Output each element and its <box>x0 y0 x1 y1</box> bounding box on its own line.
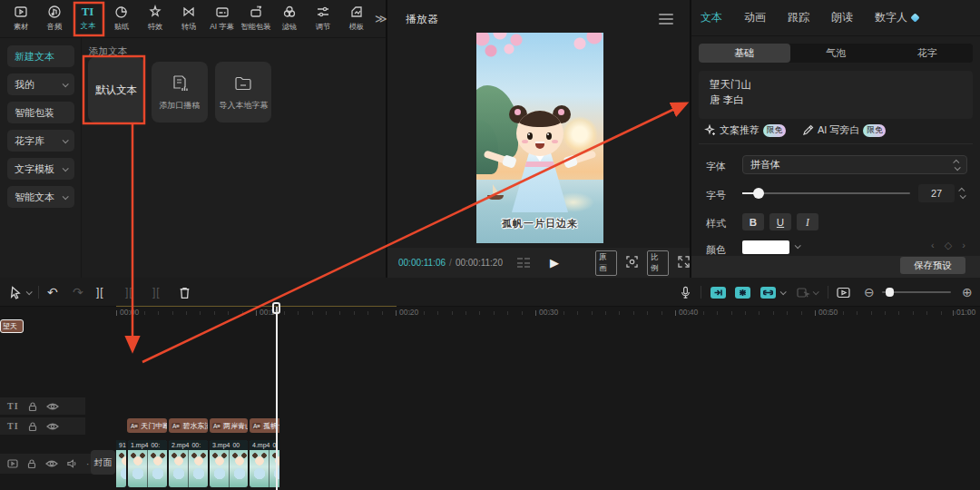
toolbar-item-media[interactable]: 素材 <box>4 2 37 36</box>
player-menu-icon[interactable] <box>659 14 673 27</box>
filters-icon <box>282 5 297 19</box>
color-swatch[interactable] <box>742 240 789 254</box>
play-button[interactable]: ▶ <box>550 256 559 270</box>
copy-suggest-button[interactable]: 文案推荐 限免 <box>704 123 786 137</box>
toolbar-label: AI 字幕 <box>210 22 234 33</box>
sidebar-item-smart-package[interactable]: 智能包装 <box>7 102 74 123</box>
clip-select-tool-icon[interactable] <box>797 278 810 307</box>
tab-digital-human[interactable]: 数字人 <box>875 10 919 25</box>
quality-button[interactable]: 原画 <box>595 250 617 276</box>
toolbar-item-sticker[interactable]: 贴纸 <box>104 2 138 36</box>
mirror-panels-icon[interactable] <box>517 258 530 268</box>
ratio-button[interactable]: 比例 <box>647 250 669 276</box>
lock-icon[interactable] <box>27 421 38 432</box>
video-clip[interactable]: 2.mp400: <box>169 440 208 487</box>
eye-icon[interactable] <box>45 458 58 469</box>
chevron-down-icon[interactable] <box>780 289 787 295</box>
chevron-down-icon[interactable] <box>26 289 33 295</box>
split-right-icon[interactable]: ][ <box>152 278 161 307</box>
ai-voiceover-button[interactable]: AI 写旁白 限免 <box>802 123 886 137</box>
sidebar-item-text-template[interactable]: 文字模板 <box>7 158 74 180</box>
toolbar-item-adjust[interactable]: 调节 <box>306 2 339 36</box>
split-left-icon[interactable]: ][ <box>125 278 133 307</box>
subtitle-clip[interactable]: A≡两岸青山 <box>210 418 248 433</box>
toolbar-item-audio[interactable]: 音频 <box>37 2 71 36</box>
toolbar-item-smart-package[interactable]: 智能包装 <box>239 2 272 36</box>
slider-handle[interactable] <box>753 188 764 199</box>
tab-text[interactable]: 文本 <box>701 10 722 25</box>
video-preview[interactable]: 孤帆一片日边来 <box>476 33 603 243</box>
select-tool-icon[interactable] <box>9 278 23 307</box>
sidebar-item-mine[interactable]: 我的 <box>7 74 74 95</box>
fullscreen-icon[interactable] <box>678 256 690 270</box>
redo-icon[interactable]: ↷ <box>73 278 83 307</box>
font-select[interactable]: 拼音体 <box>742 155 967 174</box>
underline-button[interactable]: U <box>769 213 791 230</box>
stepper-icon[interactable] <box>960 188 965 199</box>
undo-icon[interactable]: ↶ <box>47 278 58 307</box>
subtab-basic[interactable]: 基础 <box>699 44 790 63</box>
toolbar-item-effects[interactable]: 特效 <box>138 2 172 36</box>
timeline-ruler[interactable]: 00:00 00:10 00:20 00:30 00:40 00:50 01:0… <box>0 307 980 319</box>
eye-icon[interactable] <box>46 401 59 412</box>
focus-frame-icon[interactable] <box>626 256 638 270</box>
keyframe-nav-icons[interactable]: ‹ ◇ › <box>931 240 969 251</box>
toolbar-item-transition[interactable]: 转场 <box>172 2 205 36</box>
playhead-line[interactable] <box>276 307 278 490</box>
playhead-handle[interactable] <box>272 302 280 314</box>
timeline-zoom-slider[interactable] <box>882 291 951 293</box>
delete-icon[interactable] <box>178 278 191 307</box>
slider-handle[interactable] <box>886 288 894 297</box>
toolbar-item-filters[interactable]: 滤镜 <box>272 2 306 36</box>
toolbar-more-icon[interactable]: ≫ <box>375 12 386 25</box>
text-style-icon: A≡ <box>252 423 261 429</box>
lock-icon[interactable] <box>26 458 37 469</box>
tab-reading[interactable]: 朗读 <box>831 10 853 25</box>
import-subtitles-card[interactable]: 导入本地字幕 <box>215 62 271 122</box>
cover-button[interactable]: 封面 <box>91 450 115 475</box>
zoom-in-icon[interactable]: ⊕ <box>962 278 973 307</box>
video-clip[interactable]: 919 <box>116 440 126 487</box>
italic-button[interactable]: I <box>797 213 818 230</box>
link-toggle-icon[interactable] <box>760 278 776 307</box>
subtab-fancy[interactable]: 花字 <box>881 44 973 63</box>
add-script-card[interactable]: 添加口播稿 <box>152 62 208 122</box>
default-text-card[interactable]: 默认文本 <box>88 57 144 122</box>
zoom-out-icon[interactable]: ⊖ <box>864 278 875 307</box>
split-icon[interactable]: ][ <box>96 278 104 307</box>
text-clip-selected[interactable]: 望天 <box>0 319 24 333</box>
sidebar-item-smart-text[interactable]: 智能文本 <box>7 186 74 208</box>
subtitle-clip[interactable]: A≡碧水东流 <box>169 418 208 433</box>
microphone-icon[interactable] <box>679 278 692 307</box>
stepper-icon[interactable] <box>955 160 959 171</box>
toolbar-item-text[interactable]: TI 文本 <box>71 2 104 36</box>
font-size-value[interactable]: 27 <box>918 184 955 202</box>
chevron-down-icon[interactable] <box>813 289 819 295</box>
bold-button[interactable]: B <box>742 213 764 230</box>
video-clip[interactable]: 3.mp400 <box>210 440 248 487</box>
sidebar-item-new-text[interactable]: 新建文本 <box>7 45 74 67</box>
toolbar-item-ai-captions[interactable]: AI 字幕 <box>205 2 239 36</box>
snap-toggle-icon[interactable] <box>710 278 726 307</box>
tab-tracking[interactable]: 跟踪 <box>788 10 809 25</box>
top-toolbar: 素材 音频 TI 文本 贴纸 特效 转场 <box>0 0 386 38</box>
font-size-slider[interactable] <box>742 192 910 194</box>
auto-snap-sparkle-icon[interactable] <box>735 278 750 307</box>
blossom-art <box>476 33 540 73</box>
boat-art <box>487 195 504 200</box>
subtitle-clip[interactable]: A≡天门中断 <box>127 418 167 433</box>
toolbar-item-template[interactable]: 模板 <box>339 2 373 36</box>
save-preset-button[interactable]: 保存预设 <box>900 257 965 274</box>
text-content-input[interactable]: 望天门山 唐 李白 <box>699 71 973 119</box>
ruler-label: 00:20 <box>396 308 418 317</box>
speaker-icon[interactable] <box>66 458 78 469</box>
subtab-bubble[interactable]: 气泡 <box>790 44 882 63</box>
sidebar-item-fancy-text[interactable]: 花字库 <box>7 130 74 152</box>
video-clip[interactable]: 1.mp400: <box>128 440 167 487</box>
tab-animation[interactable]: 动画 <box>744 10 766 25</box>
eye-icon[interactable] <box>46 421 59 432</box>
lock-icon[interactable] <box>27 401 38 412</box>
chevron-down-icon[interactable] <box>795 242 801 249</box>
time-separator: / <box>449 258 452 268</box>
preview-frame-icon[interactable] <box>837 278 850 307</box>
